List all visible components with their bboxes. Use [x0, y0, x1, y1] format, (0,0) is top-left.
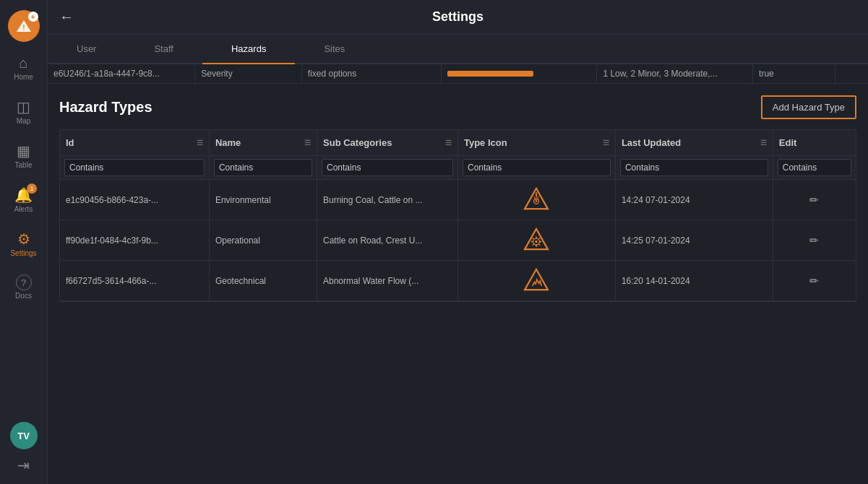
cell-name-2: Geotechnical — [209, 261, 317, 301]
svg-line-17 — [539, 238, 541, 239]
th-id: Id ☰ — [60, 130, 209, 156]
back-button[interactable]: ← — [59, 9, 74, 25]
main-content: ← Settings User Staff Hazards Sites e6U2… — [48, 0, 868, 484]
filter-name-input[interactable] — [214, 159, 312, 176]
cell-id-1: ff90de1f-0484-4c3f-9b... — [60, 220, 209, 261]
prev-cell-values: 1 Low, 2 Minor, 3 Moderate,... — [597, 64, 753, 83]
filter-sub[interactable] — [317, 156, 458, 180]
content-area: Hazard Types Add Hazard Type Id ☰ — [48, 84, 868, 484]
th-name-filter-icon[interactable]: ☰ — [304, 139, 311, 147]
sidebar-item-label-alerts: Alerts — [14, 205, 33, 213]
th-id-filter-icon[interactable]: ☰ — [197, 139, 203, 147]
filter-icon-input[interactable] — [463, 159, 611, 176]
svg-line-16 — [539, 244, 541, 246]
page-title: Settings — [85, 9, 830, 25]
filter-edit-input[interactable] — [778, 159, 851, 176]
filter-name[interactable] — [209, 156, 317, 180]
cell-icon-1 — [457, 220, 615, 261]
sidebar-item-home[interactable]: ⌂ Home — [0, 51, 47, 85]
th-updated-filter-icon[interactable]: ☰ — [760, 139, 767, 147]
th-edit-label: Edit — [779, 137, 797, 148]
th-name-label: Name — [215, 137, 241, 148]
sidebar-bottom: TV ⇥ — [0, 418, 47, 484]
tab-sites[interactable]: Sites — [295, 35, 374, 64]
sidebar-item-settings[interactable]: ⚙ Settings — [0, 226, 47, 262]
th-sub-label: Sub Categories — [323, 137, 392, 148]
alert-add-button[interactable]: ! + — [8, 10, 40, 42]
filter-icon[interactable] — [457, 156, 615, 180]
filter-id-input[interactable] — [64, 159, 205, 176]
th-sub-filter-icon[interactable]: ☰ — [445, 139, 452, 147]
cell-updated-1: 14:25 07-01-2024 — [615, 220, 773, 261]
prev-cell-type: fixed options — [302, 64, 442, 83]
svg-text:!: ! — [22, 24, 25, 32]
svg-line-18 — [533, 244, 534, 246]
avatar[interactable]: TV — [10, 422, 38, 449]
map-icon: ◫ — [17, 98, 30, 116]
sidebar-item-label-map: Map — [17, 117, 30, 125]
sidebar-item-alerts[interactable]: 🔔 1 Alerts — [0, 182, 47, 217]
home-icon: ⌂ — [19, 55, 27, 72]
edit-icon-0[interactable]: ✏ — [809, 194, 819, 206]
table-header-row: Id ☰ Name ☰ Sub Categori — [60, 130, 856, 156]
tab-hazards[interactable]: Hazards — [202, 35, 295, 64]
cell-updated-2: 16:20 14-01-2024 — [615, 261, 773, 301]
th-updated-label: Last Updated — [622, 137, 681, 148]
sidebar-item-label-table: Table — [15, 161, 33, 169]
cell-id-2: f66727d5-3614-466a-... — [60, 261, 209, 301]
table-icon: ▦ — [17, 142, 30, 160]
alerts-icon: 🔔 1 — [14, 186, 33, 204]
svg-line-15 — [533, 238, 534, 239]
sidebar-item-label-settings: Settings — [10, 249, 36, 257]
sidebar-item-label-docs: Docs — [15, 292, 32, 300]
logout-icon[interactable]: ⇥ — [17, 457, 30, 474]
cell-id-0: e1c90456-b866-423a-... — [60, 180, 209, 220]
tab-staff[interactable]: Staff — [125, 35, 202, 64]
sidebar-item-map[interactable]: ◫ Map — [0, 94, 47, 129]
th-updated: Last Updated ☰ — [615, 130, 773, 156]
sidebar-item-docs[interactable]: ? Docs — [0, 270, 47, 304]
settings-icon: ⚙ — [17, 230, 30, 248]
filter-updated[interactable] — [615, 156, 773, 180]
th-id-label: Id — [66, 137, 74, 148]
filter-updated-input[interactable] — [620, 159, 768, 176]
add-hazard-type-button[interactable]: Add Hazard Type — [761, 95, 856, 119]
cell-sub-0: Burning Coal, Cattle on ... — [317, 180, 458, 220]
tab-bar: User Staff Hazards Sites — [48, 35, 868, 64]
section-header: Hazard Types Add Hazard Type — [59, 95, 856, 119]
cell-edit-1[interactable]: ✏ — [773, 220, 856, 261]
th-edit: Edit — [773, 130, 856, 156]
cell-name-1: Operational — [209, 220, 317, 261]
svg-point-10 — [536, 241, 538, 243]
operational-hazard-icon — [523, 228, 549, 251]
svg-marker-19 — [525, 269, 548, 290]
cell-icon-2 — [457, 261, 615, 301]
th-icon-filter-icon[interactable]: ☰ — [603, 139, 609, 147]
prev-cell-severity: Severity — [195, 64, 302, 83]
tab-user[interactable]: User — [48, 35, 125, 64]
cell-edit-2[interactable]: ✏ — [773, 261, 856, 301]
th-icon-label: Type Icon — [464, 137, 507, 148]
edit-icon-1[interactable]: ✏ — [809, 234, 819, 246]
table-row: f66727d5-3614-466a-... Geotechnical Abno… — [60, 261, 856, 301]
table-row: e1c90456-b866-423a-... Environmental Bur… — [60, 180, 856, 220]
alerts-badge: 1 — [27, 183, 37, 194]
th-sub: Sub Categories ☰ — [317, 130, 458, 156]
cell-edit-0[interactable]: ✏ — [773, 180, 856, 220]
docs-icon: ? — [16, 275, 32, 290]
geotechnical-hazard-icon — [523, 268, 549, 291]
filter-sub-input[interactable] — [322, 159, 453, 176]
alert-plus-icon: + — [28, 12, 38, 22]
environmental-hazard-icon — [523, 187, 549, 210]
table-row: ff90de1f-0484-4c3f-9b... Operational Cat… — [60, 220, 856, 261]
edit-icon-2[interactable]: ✏ — [809, 275, 819, 287]
th-name: Name ☰ — [209, 130, 317, 156]
sidebar-item-table[interactable]: ▦ Table — [0, 138, 47, 173]
section-title: Hazard Types — [59, 99, 152, 116]
filter-id[interactable] — [60, 156, 209, 180]
prev-cell-bool: true — [753, 64, 835, 83]
header: ← Settings — [48, 0, 868, 35]
prev-data-row: e6U246/1-a18a-4447-9c8... Severity fixed… — [48, 64, 868, 84]
filter-edit[interactable] — [773, 156, 856, 180]
cell-updated-0: 14:24 07-01-2024 — [615, 180, 773, 220]
